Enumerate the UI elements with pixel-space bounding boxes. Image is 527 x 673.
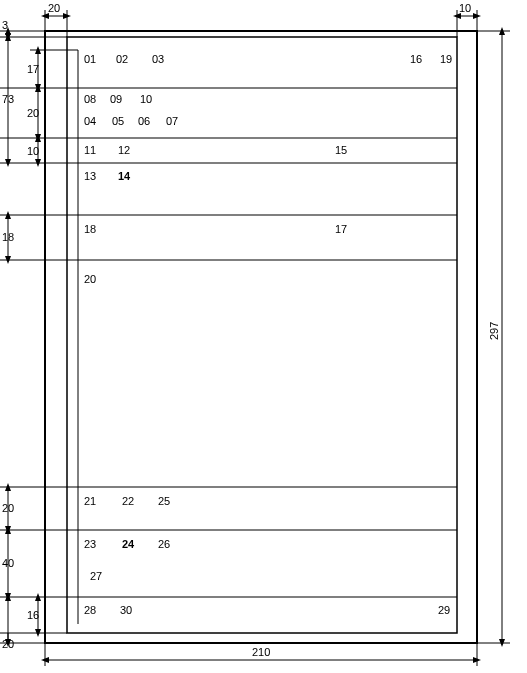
field-17: 17 [335, 223, 347, 235]
field-11: 11 [84, 144, 96, 156]
field-05: 05 [112, 115, 124, 127]
field-06: 06 [138, 115, 150, 127]
page-outline [45, 31, 477, 643]
dim-left-17: 17 [27, 63, 39, 75]
dim-left-10: 10 [27, 145, 39, 157]
field-26: 26 [158, 538, 170, 550]
field-27: 27 [90, 570, 102, 582]
dim-low-20: 20 [2, 502, 14, 514]
dim-left-18: 18 [2, 231, 14, 243]
field-09: 09 [110, 93, 122, 105]
dim-top-3: 3 [2, 19, 8, 31]
dim-top-right-10: 10 [459, 2, 471, 14]
field-20: 20 [84, 273, 96, 285]
dim-bottom-210: 210 [252, 646, 270, 658]
field-01: 01 [84, 53, 96, 65]
field-12: 12 [118, 144, 130, 156]
field-18: 18 [84, 223, 96, 235]
layout-diagram: 01 02 03 16 19 08 09 10 04 05 06 07 11 1… [0, 0, 527, 673]
dim-left-20a: 20 [27, 107, 39, 119]
field-23: 23 [84, 538, 96, 550]
field-14: 14 [118, 170, 131, 182]
field-30: 30 [120, 604, 132, 616]
field-15: 15 [335, 144, 347, 156]
dim-low-40: 40 [2, 557, 14, 569]
dim-left-73: 73 [2, 93, 14, 105]
field-02: 02 [116, 53, 128, 65]
field-24: 24 [122, 538, 135, 550]
dim-low-16: 16 [27, 609, 39, 621]
field-21: 21 [84, 495, 96, 507]
dim-top-left-20: 20 [48, 2, 60, 14]
field-10: 10 [140, 93, 152, 105]
field-25: 25 [158, 495, 170, 507]
dim-bottom-20: 20 [2, 638, 14, 650]
field-08: 08 [84, 93, 96, 105]
field-04: 04 [84, 115, 96, 127]
field-19: 19 [440, 53, 452, 65]
field-13: 13 [84, 170, 96, 182]
field-07: 07 [166, 115, 178, 127]
field-29: 29 [438, 604, 450, 616]
field-16: 16 [410, 53, 422, 65]
field-03: 03 [152, 53, 164, 65]
dim-right-297: 297 [488, 322, 500, 340]
field-28: 28 [84, 604, 96, 616]
field-22: 22 [122, 495, 134, 507]
